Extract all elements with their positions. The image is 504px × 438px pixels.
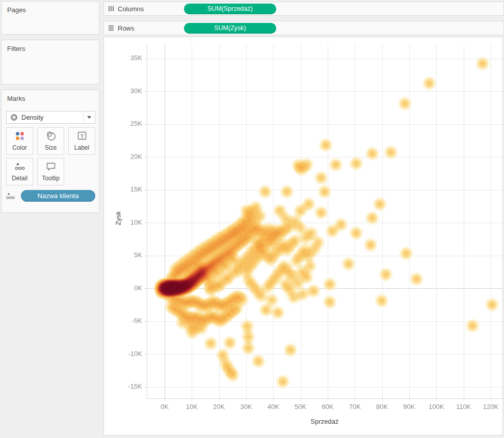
rows-shelf-label: Rows: [118, 24, 135, 32]
rows-icon: [109, 25, 114, 31]
marks-encoding-row: Nazwa klienta: [6, 190, 96, 202]
color-icon: [7, 128, 33, 144]
x-axis-title: Sprzedaż: [147, 418, 502, 425]
detail-pill-nazwa-klienta[interactable]: Nazwa klienta: [21, 190, 95, 202]
mark-type-dropdown-caret[interactable]: [83, 112, 95, 123]
color-button[interactable]: Color: [6, 127, 33, 155]
size-button[interactable]: Size: [37, 127, 64, 155]
filters-shelf-title: Filters: [2, 40, 99, 57]
density-scatter-chart[interactable]: [104, 37, 503, 436]
columns-pill-sum-sprzedaz[interactable]: SUM(Sprzedaż): [184, 4, 276, 14]
svg-text:T: T: [80, 133, 84, 139]
filters-shelf[interactable]: Filters: [1, 40, 99, 85]
columns-icon: [109, 6, 114, 11]
detail-icon: [6, 192, 16, 200]
detail-button[interactable]: Detail: [6, 158, 33, 185]
pages-shelf-title: Pages: [2, 2, 99, 18]
chevron-down-icon: [87, 116, 91, 119]
marks-card-title: Marks: [2, 90, 99, 107]
rows-shelf[interactable]: Rows SUM(Zysk): [103, 21, 504, 35]
pages-shelf[interactable]: Pages: [1, 1, 99, 35]
chart-area: Sprzedaż Zysk: [103, 37, 503, 435]
y-axis-title: Zysk: [115, 203, 122, 234]
mark-type-dropdown[interactable]: Density: [6, 111, 95, 124]
tooltip-icon: [38, 158, 64, 175]
marks-card: Marks Density Color Size T Label: [1, 90, 99, 213]
columns-shelf-label: Columns: [118, 5, 144, 13]
mark-type-value: Density: [21, 114, 43, 121]
columns-shelf[interactable]: Columns SUM(Sprzedaż): [103, 2, 504, 16]
tooltip-button[interactable]: Tooltip: [37, 158, 64, 185]
detail-icon: [7, 158, 33, 175]
size-icon: [38, 128, 64, 144]
label-button[interactable]: T Label: [68, 127, 95, 155]
rows-pill-sum-zysk[interactable]: SUM(Zysk): [184, 23, 276, 34]
density-mark-icon: [11, 114, 17, 121]
label-icon: T: [69, 128, 95, 144]
